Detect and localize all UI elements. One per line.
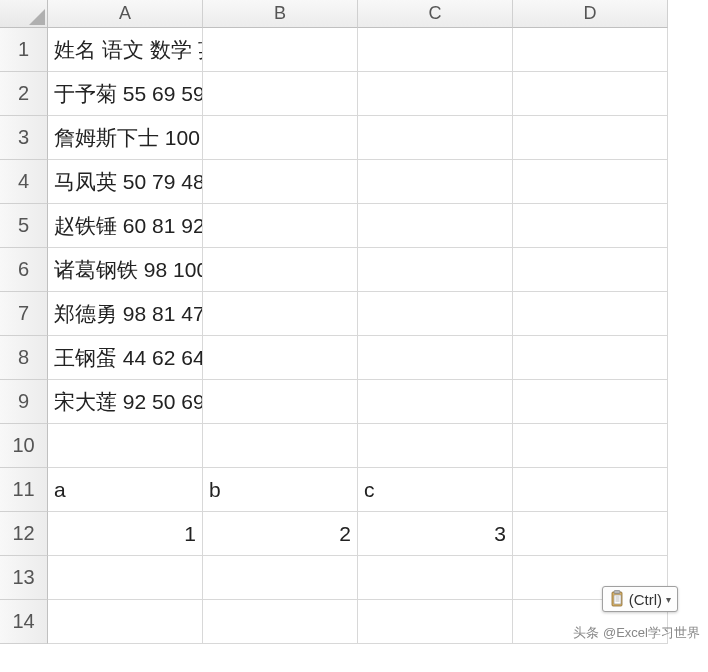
cell-B6[interactable] [203, 248, 358, 292]
cell-D3[interactable] [513, 116, 668, 160]
cell-D12[interactable] [513, 512, 668, 556]
chevron-down-icon: ▾ [666, 594, 671, 605]
cell-C11[interactable]: c [358, 468, 513, 512]
select-all-corner[interactable] [0, 0, 48, 28]
cell-D9[interactable] [513, 380, 668, 424]
cell-B2[interactable] [203, 72, 358, 116]
cell-A10[interactable] [48, 424, 203, 468]
paste-options-label: (Ctrl) [629, 591, 662, 608]
row-header-12[interactable]: 12 [0, 512, 48, 556]
cell-D1[interactable] [513, 28, 668, 72]
cell-A14[interactable] [48, 600, 203, 644]
row-header-4[interactable]: 4 [0, 160, 48, 204]
cell-C2[interactable] [358, 72, 513, 116]
row-header-8[interactable]: 8 [0, 336, 48, 380]
cell-C7[interactable] [358, 292, 513, 336]
cell-C1[interactable] [358, 28, 513, 72]
col-header-B[interactable]: B [203, 0, 358, 28]
cell-B3[interactable] [203, 116, 358, 160]
cell-B11[interactable]: b [203, 468, 358, 512]
cell-A1[interactable]: 姓名 语文 数学 英语 [48, 28, 203, 72]
cell-B5[interactable] [203, 204, 358, 248]
cell-A2[interactable]: 于予菊 55 69 59 [48, 72, 203, 116]
clipboard-icon [609, 590, 625, 608]
col-header-D[interactable]: D [513, 0, 668, 28]
cell-A6[interactable]: 诸葛钢铁 98 100 83 [48, 248, 203, 292]
cell-A4[interactable]: 马凤英 50 79 48 [48, 160, 203, 204]
row-header-11[interactable]: 11 [0, 468, 48, 512]
row-header-10[interactable]: 10 [0, 424, 48, 468]
row-header-6[interactable]: 6 [0, 248, 48, 292]
cell-B14[interactable] [203, 600, 358, 644]
cell-A3[interactable]: 詹姆斯下士 100 64 61 [48, 116, 203, 160]
cell-B1[interactable] [203, 28, 358, 72]
cell-B12[interactable]: 2 [203, 512, 358, 556]
col-header-C[interactable]: C [358, 0, 513, 28]
cell-C14[interactable] [358, 600, 513, 644]
cell-C5[interactable] [358, 204, 513, 248]
cell-D8[interactable] [513, 336, 668, 380]
row-header-9[interactable]: 9 [0, 380, 48, 424]
cell-B8[interactable] [203, 336, 358, 380]
cell-A7[interactable]: 郑德勇 98 81 47 [48, 292, 203, 336]
cell-A13[interactable] [48, 556, 203, 600]
row-header-1[interactable]: 1 [0, 28, 48, 72]
cell-C13[interactable] [358, 556, 513, 600]
cell-A12[interactable]: 1 [48, 512, 203, 556]
row-header-13[interactable]: 13 [0, 556, 48, 600]
cell-A5[interactable]: 赵铁锤 60 81 92 [48, 204, 203, 248]
svg-rect-1 [614, 591, 620, 594]
cell-D10[interactable] [513, 424, 668, 468]
cell-B7[interactable] [203, 292, 358, 336]
cell-D6[interactable] [513, 248, 668, 292]
paste-options-button[interactable]: (Ctrl) ▾ [602, 586, 678, 612]
svg-rect-2 [614, 595, 621, 604]
cell-C9[interactable] [358, 380, 513, 424]
spreadsheet-grid: A B C D 1 姓名 语文 数学 英语 2 于予菊 55 69 59 3 詹… [0, 0, 708, 644]
cell-D7[interactable] [513, 292, 668, 336]
cell-C4[interactable] [358, 160, 513, 204]
cell-B4[interactable] [203, 160, 358, 204]
cell-C10[interactable] [358, 424, 513, 468]
row-header-14[interactable]: 14 [0, 600, 48, 644]
cell-D5[interactable] [513, 204, 668, 248]
cell-D2[interactable] [513, 72, 668, 116]
cell-C6[interactable] [358, 248, 513, 292]
cell-C3[interactable] [358, 116, 513, 160]
cell-C8[interactable] [358, 336, 513, 380]
cell-D4[interactable] [513, 160, 668, 204]
cell-C12[interactable]: 3 [358, 512, 513, 556]
row-header-2[interactable]: 2 [0, 72, 48, 116]
cell-B10[interactable] [203, 424, 358, 468]
cell-B9[interactable] [203, 380, 358, 424]
watermark-text: 头条 @Excel学习世界 [573, 624, 700, 642]
cell-B13[interactable] [203, 556, 358, 600]
cell-D11[interactable] [513, 468, 668, 512]
row-header-5[interactable]: 5 [0, 204, 48, 248]
cell-A9[interactable]: 宋大莲 92 50 69 [48, 380, 203, 424]
row-header-7[interactable]: 7 [0, 292, 48, 336]
cell-A8[interactable]: 王钢蛋 44 62 64 [48, 336, 203, 380]
col-header-A[interactable]: A [48, 0, 203, 28]
row-header-3[interactable]: 3 [0, 116, 48, 160]
cell-A11[interactable]: a [48, 468, 203, 512]
